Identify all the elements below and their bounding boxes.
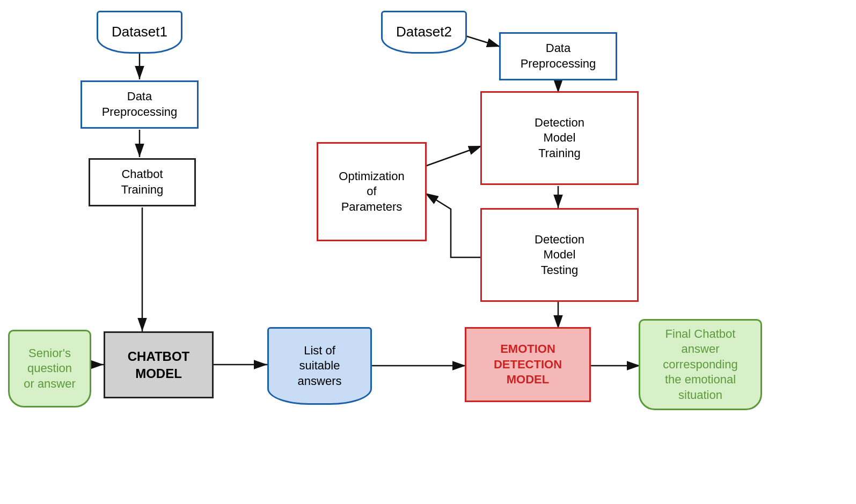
emotion-model-box: EMOTIONDETECTIONMODEL bbox=[465, 327, 591, 402]
chatbot-model-label: CHATBOTMODEL bbox=[128, 348, 190, 381]
detection-training-box: DetectionModelTraining bbox=[480, 91, 639, 185]
diagram: Dataset1 Dataset2 DataPreprocessing Data… bbox=[0, 0, 856, 504]
dataset2-box: Dataset2 bbox=[381, 11, 467, 54]
optimization-box: OptimizationofParameters bbox=[317, 142, 427, 241]
data-preprocessing-right-box: DataPreprocessing bbox=[499, 32, 617, 80]
chatbot-training-label: ChatbotTraining bbox=[121, 167, 164, 197]
dataset2-label: Dataset2 bbox=[396, 23, 452, 41]
emotion-model-label: EMOTIONDETECTIONMODEL bbox=[494, 342, 562, 388]
detection-training-label: DetectionModelTraining bbox=[535, 115, 584, 161]
data-preprocessing-right-label: DataPreprocessing bbox=[521, 41, 596, 71]
detection-testing-box: DetectionModelTesting bbox=[480, 208, 639, 302]
dataset1-label: Dataset1 bbox=[112, 23, 167, 41]
detection-testing-label: DetectionModelTesting bbox=[535, 232, 584, 278]
final-chatbot-label: Final Chatbotanswercorrespondingthe emot… bbox=[663, 327, 737, 403]
senior-box: Senior'squestionor answer bbox=[8, 330, 91, 407]
data-preprocessing-left-box: DataPreprocessing bbox=[81, 80, 199, 129]
svg-line-8 bbox=[425, 146, 482, 166]
dataset1-box: Dataset1 bbox=[97, 11, 182, 54]
final-chatbot-box: Final Chatbotanswercorrespondingthe emot… bbox=[639, 319, 762, 410]
list-answers-box: List ofsuitableanswers bbox=[267, 327, 372, 405]
optimization-label: OptimizationofParameters bbox=[339, 169, 404, 215]
senior-label: Senior'squestionor answer bbox=[24, 346, 76, 392]
data-preprocessing-left-label: DataPreprocessing bbox=[102, 89, 178, 120]
chatbot-training-box: ChatbotTraining bbox=[89, 158, 196, 206]
chatbot-model-box: CHATBOTMODEL bbox=[104, 331, 214, 398]
arrows-svg bbox=[0, 0, 856, 504]
list-answers-label: List ofsuitableanswers bbox=[298, 343, 342, 389]
